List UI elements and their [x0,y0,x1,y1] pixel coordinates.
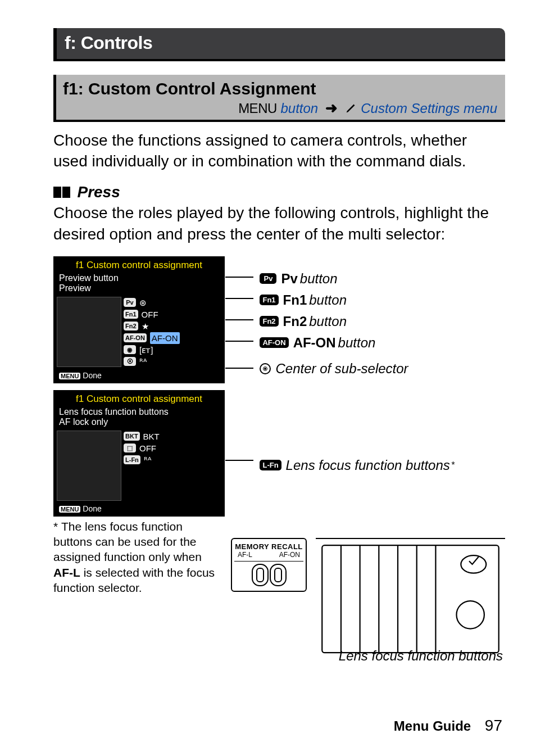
fn1-badge-icon: Fn1 [260,295,278,305]
lcd2-line1: Lens focus function buttons [53,407,225,417]
callouts-group-1: Pv Pv button Fn1 Fn1 button Fn2 Fn2 butt… [260,256,408,382]
section-header-text: f: Controls [65,33,152,53]
lcd2-line2: AF lock only [53,417,225,431]
lcd-rows: Pv⊛ Fn1OFF Fn2★ AF-ONAF-ON ◉[ᴇᴛ] ⦿ᴿᴬ [121,297,221,368]
sub-header-title: f1: Custom Control Assignment [63,79,497,98]
page-footer: Menu Guide 97 [394,717,502,735]
footnote-text: *The lens focus function buttons can be … [53,519,222,595]
lfn-badge-icon: L-Fn [260,460,281,470]
switch-knob-right [270,564,287,586]
lcd2-done-row: MENU Done [53,501,225,513]
switch-label-memory-recall: MEMORY RECALL [234,542,303,551]
press-heading: Press [77,183,120,201]
focus-function-switch-illustration: MEMORY RECALL AF-L AF-ON [231,538,307,592]
callout-fn1: Fn1 Fn1 button [260,292,408,308]
switch-knob-left [252,564,269,586]
fn2-badge-icon: Fn2 [260,316,278,327]
arrow-icon: ➜ [322,99,341,116]
camera-lcd-screenshot-2: f1 Custom control assignment Lens focus … [53,390,225,517]
diagram-row-1: f1 Custom control assignment Preview but… [53,256,505,383]
footnote-marker: * [451,460,455,470]
lcd-camera-illustration [57,297,121,367]
lcd2-rows: BKTBKT ⬚OFF L-Fnᴿᴬ [121,431,221,501]
callout-afon: AF-ON AF-ON button [260,335,408,351]
svg-rect-0 [322,545,499,653]
footer-section-label: Menu Guide [394,718,471,734]
sub-header: f1: Custom Control Assignment MENU butto… [53,75,505,122]
menu-glyph: MENU [238,101,277,116]
intro-paragraph: Choose the functions assigned to camera … [53,130,505,173]
lcd-title: f1 Custom control assignment [53,259,225,273]
target-icon [260,363,271,374]
switch-label-afl: AF-L [238,551,252,559]
camera-lcd-screenshot-1: f1 Custom control assignment Preview but… [53,256,225,383]
press-paragraph: Choose the roles played by the following… [53,202,505,245]
lcd-line1: Preview button [53,273,225,283]
lcd-done-row: MENU Done [53,368,225,380]
press-heading-row: Press [53,183,505,201]
sub-header-breadcrumb: MENU button ➜ Custom Settings menu [63,99,497,117]
button-word: button [280,101,318,116]
section-header: f: Controls [53,28,505,61]
svg-point-8 [461,555,486,573]
lcd2-camera-illustration [57,431,121,501]
callouts-group-2: L-Fn Lens focus function buttons * [260,390,455,479]
svg-point-7 [456,601,484,628]
lcd2-title: f1 Custom control assignment [53,392,225,407]
press-bullet-icon [53,187,71,198]
lcd-line2: Preview [53,283,225,297]
footer-page-number: 97 [485,717,502,734]
pv-badge-icon: Pv [260,273,276,284]
diagram-row-2: f1 Custom control assignment Lens focus … [53,390,505,517]
lens-illustration [316,538,505,645]
afon-badge-icon: AF-ON [260,337,288,348]
callout-pv: Pv Pv button [260,271,408,287]
breadcrumb-text: Custom Settings menu [361,101,497,116]
switch-label-afon: AF-ON [279,551,300,559]
callout-center-sub-selector: Center of sub-selector [260,361,408,377]
footnote-row: *The lens focus function buttons can be … [53,519,505,664]
callout-fn2: Fn2 Fn2 button [260,314,408,329]
pencil-icon [345,102,357,117]
callout-lens-focus-buttons: L-Fn Lens focus function buttons * [260,458,455,473]
